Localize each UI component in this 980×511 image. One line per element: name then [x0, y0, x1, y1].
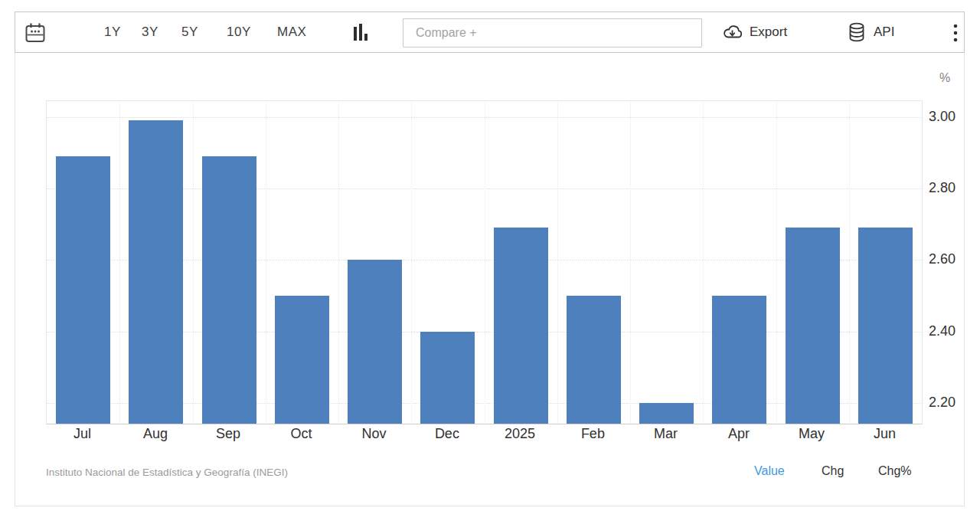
- footer-link-chg-pct[interactable]: Chg%: [878, 464, 912, 478]
- y-axis-tick-label: 2.60: [929, 251, 956, 267]
- y-axis-tick-label: 2.40: [929, 323, 956, 339]
- x-axis-tick-label: Sep: [191, 426, 265, 442]
- v-gridline: [485, 101, 485, 424]
- x-axis-tick-label: Apr: [702, 426, 776, 442]
- chart-type-button[interactable]: [349, 21, 372, 44]
- footer-link-value[interactable]: Value: [754, 464, 785, 478]
- bar-mar[interactable]: [639, 403, 694, 424]
- api-button[interactable]: API: [847, 12, 894, 52]
- v-gridline: [557, 101, 558, 424]
- v-gridline: [776, 101, 777, 424]
- v-gridline: [193, 101, 194, 424]
- bar-may[interactable]: [786, 228, 840, 424]
- y-axis-tick-label: 2.20: [929, 394, 956, 411]
- v-gridline: [703, 101, 704, 424]
- calendar-button[interactable]: [23, 21, 47, 45]
- cloud-download-icon: [722, 22, 743, 43]
- bar-jun[interactable]: [858, 228, 913, 424]
- range-button-max[interactable]: MAX: [277, 12, 306, 52]
- range-button-5y[interactable]: 5Y: [181, 12, 198, 52]
- x-axis-tick-label: Aug: [119, 426, 192, 442]
- footer-link-chg[interactable]: Chg: [822, 464, 844, 478]
- bar-nov[interactable]: [348, 260, 402, 424]
- compare-input[interactable]: [403, 18, 702, 47]
- export-label: Export: [750, 25, 787, 40]
- bar-oct[interactable]: [275, 296, 329, 424]
- bar-jul[interactable]: [56, 156, 110, 424]
- kebab-menu-icon: [952, 23, 959, 43]
- v-gridline: [849, 101, 850, 424]
- export-button[interactable]: Export: [722, 12, 787, 52]
- toolbar: 1Y3Y5Y10YMAX Export: [15, 11, 965, 53]
- bar-sep[interactable]: [202, 156, 256, 424]
- source-attribution: Instituto Nacional de Estadística y Geog…: [46, 467, 288, 478]
- column-chart-icon: [351, 22, 370, 44]
- bar-2025[interactable]: [494, 228, 548, 424]
- x-axis-tick-label: 2025: [483, 426, 557, 442]
- x-axis-tick-label: Jun: [848, 426, 921, 442]
- y-axis-unit-label: %: [939, 71, 950, 85]
- range-button-10y[interactable]: 10Y: [227, 12, 251, 52]
- more-options-button[interactable]: [946, 21, 965, 45]
- bar-aug[interactable]: [129, 120, 183, 424]
- calendar-icon: [24, 21, 47, 44]
- v-gridline: [630, 101, 631, 424]
- y-axis-tick-label: 3.00: [929, 108, 956, 125]
- v-gridline: [266, 101, 266, 424]
- api-label: API: [874, 25, 894, 40]
- bar-apr[interactable]: [712, 296, 766, 424]
- bar-feb[interactable]: [567, 296, 621, 424]
- x-axis-tick-label: Jul: [46, 426, 119, 442]
- v-gridline: [411, 101, 412, 424]
- x-axis-tick-label: May: [775, 426, 848, 442]
- database-icon: [847, 21, 867, 43]
- range-button-1y[interactable]: 1Y: [104, 12, 121, 52]
- v-gridline: [338, 101, 339, 424]
- y-axis-tick-label: 2.80: [929, 179, 956, 196]
- x-axis-tick-label: Dec: [410, 426, 484, 442]
- x-axis-tick-label: Oct: [264, 426, 338, 442]
- plot-area: [46, 100, 923, 424]
- v-gridline: [119, 101, 120, 424]
- x-axis-tick-label: Feb: [556, 426, 629, 442]
- range-button-3y[interactable]: 3Y: [142, 12, 158, 52]
- bar-dec[interactable]: [420, 332, 475, 424]
- chart-widget: 1Y3Y5Y10YMAX Export: [0, 0, 980, 511]
- x-axis-tick-label: Nov: [338, 426, 411, 442]
- x-axis-tick-label: Mar: [629, 426, 703, 442]
